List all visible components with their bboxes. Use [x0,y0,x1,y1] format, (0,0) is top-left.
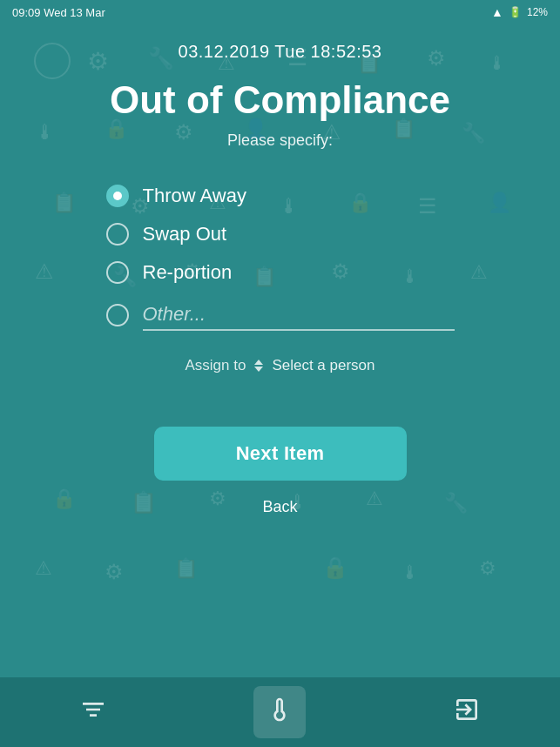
radio-inner-throw-away [113,192,122,200]
spinner-down-arrow[interactable] [254,367,263,372]
page-title: Out of Compliance [110,79,450,121]
datetime-display: 03.12.2019 Tue 18:52:53 [179,42,382,62]
thermometer-icon [266,696,293,730]
status-bar: 09:09 Wed 13 Mar ▲ 🔋 12% [0,0,560,24]
option-swap-out[interactable]: Swap Out [106,223,455,246]
radio-other[interactable] [106,304,129,326]
logout-icon [453,696,481,730]
assign-row: Assign to Select a person [185,357,374,374]
option-throw-away[interactable]: Throw Away [106,185,455,207]
other-input[interactable] [143,299,455,331]
option-label-re-portion: Re-portion [143,261,233,284]
battery-level: 12% [527,6,548,18]
main-content: 03.12.2019 Tue 18:52:53 Out of Complianc… [0,24,560,542]
assign-label: Assign to [185,357,246,374]
svg-text:⚠: ⚠ [35,557,52,579]
page-subtitle: Please specify: [227,131,333,150]
option-other-container[interactable] [106,299,455,331]
svg-text:⚙: ⚙ [479,557,496,579]
wifi-icon: ▲ [491,5,503,19]
battery-icon: 🔋 [509,6,522,18]
status-right: ▲ 🔋 12% [491,5,548,19]
nav-item-settings[interactable] [67,686,119,738]
radio-swap-out[interactable] [106,223,129,246]
settings-icon [79,696,107,730]
option-label-swap-out: Swap Out [143,223,227,246]
status-time: 09:09 Wed 13 Mar [12,6,105,19]
nav-item-logout[interactable] [441,686,493,738]
spinner-up-arrow[interactable] [254,360,263,365]
radio-throw-away[interactable] [106,185,129,207]
option-label-throw-away: Throw Away [143,185,246,207]
bottom-nav [0,677,560,747]
svg-text:⚙: ⚙ [105,560,124,583]
next-item-button[interactable]: Next Item [154,427,407,481]
back-button[interactable]: Back [262,498,297,516]
radio-re-portion[interactable] [106,261,129,284]
svg-text:📋: 📋 [174,556,199,580]
svg-text:🌡: 🌡 [401,562,420,583]
nav-item-temperature[interactable] [253,686,306,738]
options-container: Throw Away Swap Out Re-portion [106,185,455,331]
svg-text:🔒: 🔒 [322,555,348,580]
assign-spinner[interactable] [254,360,263,372]
assign-select[interactable]: Select a person [272,357,374,374]
option-re-portion[interactable]: Re-portion [106,261,455,284]
